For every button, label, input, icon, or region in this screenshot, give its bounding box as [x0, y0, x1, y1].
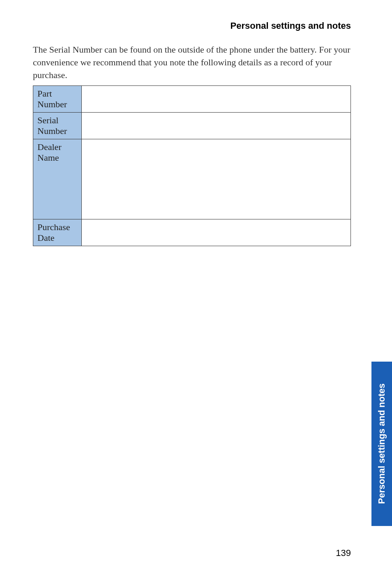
side-tab-label: Personal settings and notes	[376, 383, 387, 504]
table-label-cell: Dealer Name	[33, 139, 82, 219]
header-title: Personal settings and notes	[231, 21, 351, 31]
details-table: Part Number Serial Number Dealer Name Pu…	[33, 85, 351, 246]
table-value-cell	[82, 219, 351, 246]
side-tab: Personal settings and notes	[371, 362, 392, 526]
table-value-cell	[82, 113, 351, 139]
table-row: Serial Number	[33, 113, 351, 139]
table-label-cell: Purchase Date	[33, 219, 82, 246]
intro-paragraph: The Serial Number can be found on the ou…	[33, 44, 351, 81]
table-label-cell: Part Number	[33, 86, 82, 113]
table-row: Purchase Date	[33, 219, 351, 246]
table-value-cell	[82, 86, 351, 113]
page-number: 139	[336, 548, 351, 558]
table-row: Part Number	[33, 86, 351, 113]
page-header: Personal settings and notes	[0, 0, 392, 31]
table-value-cell	[82, 139, 351, 219]
table-row: Dealer Name	[33, 139, 351, 219]
table-label-cell: Serial Number	[33, 113, 82, 139]
content-area: The Serial Number can be found on the ou…	[0, 31, 392, 246]
